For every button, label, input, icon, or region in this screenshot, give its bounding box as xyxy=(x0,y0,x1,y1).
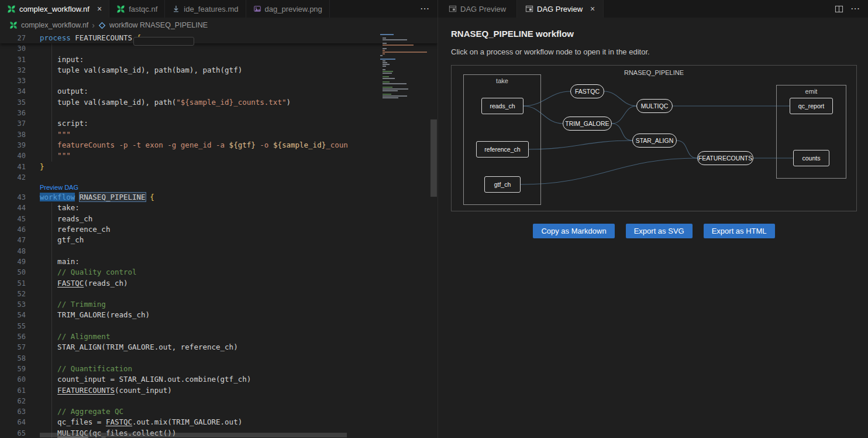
line-content[interactable] xyxy=(26,108,348,118)
line-number[interactable]: 61 xyxy=(0,385,26,396)
line-content[interactable] xyxy=(26,289,348,299)
line-number[interactable]: 62 xyxy=(0,396,26,406)
dag-node-counts[interactable]: counts xyxy=(793,150,829,166)
line-number[interactable]: 38 xyxy=(0,129,26,140)
more-actions-icon[interactable]: ⋯ xyxy=(850,4,860,13)
line-content[interactable]: input: xyxy=(26,54,348,65)
line-number[interactable]: 63 xyxy=(0,406,26,417)
split-editor-icon[interactable] xyxy=(835,5,843,13)
line-number[interactable]: 58 xyxy=(0,353,26,364)
export-as-html-button[interactable]: Export as HTML xyxy=(704,224,775,238)
line-number[interactable]: 48 xyxy=(0,246,26,256)
tab-dag-preview-active[interactable]: DAG Preview × xyxy=(517,0,604,18)
line-content[interactable]: FEATURECOUNTS(count_input) xyxy=(26,385,348,396)
line-content[interactable]: // Aggregate QC xyxy=(26,406,348,417)
dag-node-TRIM_GALORE[interactable]: TRIM_GALORE xyxy=(563,117,612,131)
line-number[interactable]: 36 xyxy=(0,108,26,118)
line-content[interactable] xyxy=(26,396,348,406)
line-content[interactable]: reference_ch xyxy=(26,224,348,235)
line-number[interactable]: 27 xyxy=(0,33,26,43)
breadcrumb-file[interactable]: complex_workflow.nf xyxy=(21,21,88,29)
line-number[interactable]: 32 xyxy=(0,65,26,76)
line-content[interactable]: gtf_ch xyxy=(26,235,348,245)
line-content[interactable]: tuple val(sample_id), path("${sample_id}… xyxy=(26,97,348,108)
line-number[interactable]: 37 xyxy=(0,118,26,129)
line-content[interactable]: count_input = STAR_ALIGN.out.combine(gtf… xyxy=(26,374,348,385)
line-number[interactable]: 65 xyxy=(0,428,26,438)
dag-node-MULTIQC[interactable]: MULTIQC xyxy=(636,99,673,113)
line-number[interactable]: 45 xyxy=(0,214,26,224)
close-icon[interactable]: × xyxy=(97,5,102,13)
tab-fastqc-nf[interactable]: fastqc.nf xyxy=(109,0,165,18)
codelens-preview-dag[interactable]: Preview DAG xyxy=(40,184,78,191)
tab-ide-features-md[interactable]: ide_features.md xyxy=(165,0,246,18)
line-content[interactable]: STAR_ALIGN(TRIM_GALORE.out, reference_ch… xyxy=(26,342,348,353)
more-actions-icon[interactable]: ⋯ xyxy=(420,4,429,13)
line-content[interactable]: """ xyxy=(26,129,348,140)
code-editor[interactable]: 27process FEATURECOUNTS {3031 input:32 t… xyxy=(0,33,438,438)
dag-node-qc_report[interactable]: qc_report xyxy=(790,98,833,114)
line-number[interactable]: 55 xyxy=(0,321,26,331)
line-content[interactable]: // Quantification xyxy=(26,364,348,374)
line-content[interactable]: qc_files = FASTQC.out.mix(TRIM_GALORE.ou… xyxy=(26,417,348,427)
line-number[interactable]: 54 xyxy=(0,310,26,320)
line-number[interactable]: 41 xyxy=(0,162,26,172)
line-number[interactable]: 49 xyxy=(0,256,26,267)
line-number[interactable]: 57 xyxy=(0,342,26,353)
export-as-svg-button[interactable]: Export as SVG xyxy=(626,224,693,238)
tab-dag-preview-background[interactable]: DAG Preview xyxy=(438,0,517,18)
line-content[interactable]: featureCounts -p -t exon -g gene_id -a $… xyxy=(26,140,348,150)
dag-node-gtf_ch[interactable]: gtf_ch xyxy=(484,176,521,193)
line-content[interactable]: main: xyxy=(26,256,348,267)
line-number[interactable]: 56 xyxy=(0,331,26,342)
line-number[interactable]: 59 xyxy=(0,364,26,374)
line-number[interactable]: 50 xyxy=(0,267,26,278)
horizontal-scrollbar[interactable] xyxy=(40,433,347,437)
line-number[interactable]: 44 xyxy=(0,203,26,213)
line-number[interactable]: 42 xyxy=(0,172,26,183)
line-number[interactable]: 52 xyxy=(0,289,26,299)
line-number[interactable]: 51 xyxy=(0,278,26,289)
line-content[interactable]: TRIM_GALORE(reads_ch) xyxy=(26,310,348,320)
vertical-scrollbar[interactable] xyxy=(430,119,437,197)
line-content[interactable]: FASTQC(reads_ch) xyxy=(26,278,348,289)
line-number[interactable]: 64 xyxy=(0,417,26,427)
line-number[interactable]: 33 xyxy=(0,76,26,86)
line-number[interactable]: 40 xyxy=(0,150,26,161)
tab-dag-preview-png[interactable]: dag_preview.png xyxy=(246,0,330,18)
line-content[interactable]: // Quality control xyxy=(26,267,348,278)
line-content[interactable]: reads_ch xyxy=(26,214,348,224)
line-content[interactable] xyxy=(26,321,348,331)
line-number[interactable]: 43 xyxy=(0,192,26,203)
dag-node-FEATURECOUNTS[interactable]: FEATURECOUNTS xyxy=(697,151,753,165)
dag-node-reference_ch[interactable]: reference_ch xyxy=(476,141,529,158)
copy-as-markdown-button[interactable]: Copy as Markdown xyxy=(533,224,614,238)
tab-complex-workflow-nf[interactable]: complex_workflow.nf × xyxy=(0,0,109,18)
line-content[interactable]: tuple val(sample_id), path(bam), path(gt… xyxy=(26,65,348,76)
line-number[interactable]: 60 xyxy=(0,374,26,385)
line-number[interactable]: 35 xyxy=(0,97,26,108)
line-number[interactable]: 46 xyxy=(0,224,26,235)
line-number[interactable]: 53 xyxy=(0,299,26,310)
line-content[interactable]: } xyxy=(26,162,348,172)
breadcrumb-symbol[interactable]: workflow RNASEQ_PIPELINE xyxy=(109,21,208,29)
line-content[interactable]: // Trimming xyxy=(26,299,348,310)
line-content[interactable]: script: xyxy=(26,118,348,129)
line-content[interactable]: """ xyxy=(26,150,348,161)
close-icon[interactable]: × xyxy=(590,5,595,13)
line-number[interactable]: 47 xyxy=(0,235,26,245)
line-number[interactable]: 39 xyxy=(0,140,26,150)
line-content[interactable] xyxy=(26,246,348,256)
line-number[interactable]: 34 xyxy=(0,86,26,97)
minimap[interactable] xyxy=(380,34,429,101)
dag-node-FASTQC[interactable]: FASTQC xyxy=(570,84,604,98)
line-content[interactable]: // Alignment xyxy=(26,331,348,342)
line-content[interactable] xyxy=(26,76,348,86)
dag-node-STAR_ALIGN[interactable]: STAR_ALIGN xyxy=(632,134,677,148)
line-number[interactable]: 30 xyxy=(0,43,26,54)
line-content[interactable]: take: xyxy=(26,203,348,213)
line-content[interactable]: workflow RNASEQ_PIPELINE { xyxy=(26,192,348,203)
line-content[interactable]: output: xyxy=(26,86,348,97)
dag-node-reads_ch[interactable]: reads_ch xyxy=(481,98,523,114)
line-content[interactable] xyxy=(26,353,348,364)
